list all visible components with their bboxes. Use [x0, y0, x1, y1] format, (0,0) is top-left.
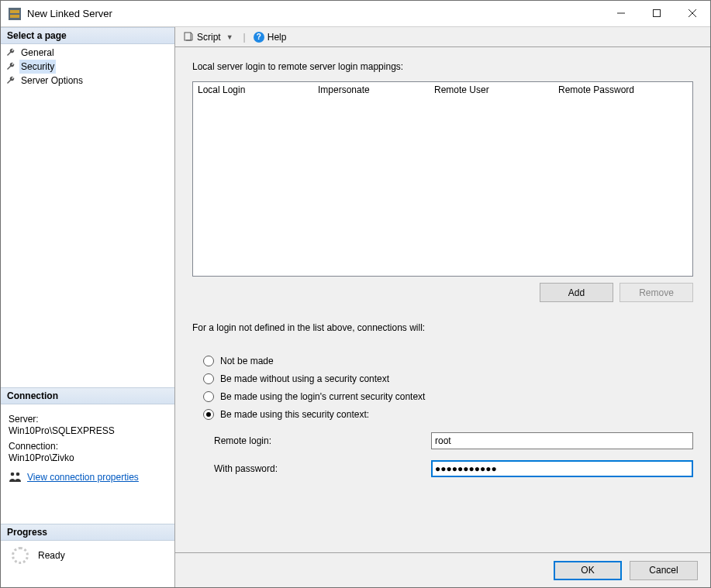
radio-icon: [203, 409, 214, 420]
left-spacer-2: [1, 493, 174, 524]
radio-label: Be made using the login's current securi…: [220, 391, 425, 402]
grid-header: Local Login Impersonate Remote User Remo…: [193, 82, 692, 99]
mappings-grid[interactable]: Local Login Impersonate Remote User Remo…: [192, 81, 693, 277]
connection-mode-radio-group: Not be made Be made without using a secu…: [192, 349, 693, 427]
col-remote-password[interactable]: Remote Password: [554, 82, 692, 98]
col-remote-user[interactable]: Remote User: [430, 82, 554, 98]
add-button[interactable]: Add: [540, 283, 613, 302]
connection-label: Connection:: [9, 441, 167, 452]
close-button[interactable]: [675, 1, 710, 26]
radio-icon: [203, 356, 214, 366]
remove-button[interactable]: Remove: [620, 283, 693, 302]
connection-header: Connection: [1, 387, 174, 404]
page-label: General: [19, 46, 56, 60]
page-label: Server Options: [19, 74, 85, 88]
with-password-input[interactable]: [431, 460, 693, 477]
toolbar-separator: |: [242, 32, 247, 43]
people-icon: [9, 471, 22, 483]
col-local-login[interactable]: Local Login: [193, 82, 313, 98]
radio-this-security-context[interactable]: Be made using this security context:: [192, 409, 693, 420]
help-button[interactable]: ? Help: [250, 30, 290, 44]
undefined-login-label: For a login not defined in the list abov…: [192, 322, 693, 333]
script-label: Script: [197, 32, 221, 43]
progress-header: Progress: [1, 524, 174, 541]
radio-icon: [203, 373, 214, 384]
remote-login-label: Remote login:: [214, 435, 431, 446]
page-label: Security: [19, 60, 56, 74]
col-impersonate[interactable]: Impersonate: [313, 82, 430, 98]
grid-body[interactable]: [193, 99, 692, 276]
progress-status: Ready: [38, 550, 65, 561]
radio-icon: [203, 391, 214, 402]
connection-block: Server: Win10Pro\SQLEXPRESS Connection: …: [1, 404, 174, 493]
radio-not-be-made[interactable]: Not be made: [192, 356, 693, 366]
left-spacer: [1, 89, 174, 387]
svg-rect-9: [185, 33, 191, 40]
wrench-icon: [5, 47, 16, 58]
server-label: Server:: [9, 414, 167, 425]
app-icon: [9, 8, 21, 20]
svg-rect-2: [10, 15, 19, 18]
title-bar: New Linked Server: [1, 1, 710, 27]
help-icon: ?: [254, 32, 264, 43]
wrench-icon: [5, 75, 16, 86]
radio-label: Not be made: [220, 356, 274, 366]
right-panel: Script ▼ | ? Help Local server login to …: [175, 27, 710, 587]
wrench-icon: [5, 61, 16, 72]
remote-login-input[interactable]: [431, 432, 693, 449]
page-list: General Security Server Options: [1, 44, 174, 89]
svg-point-8: [16, 473, 20, 476]
mappings-label: Local server login to remote server logi…: [192, 61, 693, 72]
svg-point-7: [11, 473, 15, 476]
script-button[interactable]: Script ▼: [180, 30, 239, 44]
radio-label: Be made without using a security context: [220, 373, 389, 384]
page-item-security[interactable]: Security: [4, 60, 171, 74]
content-area: Local server login to remote server logi…: [175, 47, 710, 552]
left-panel: Select a page General Security Server Op…: [1, 27, 175, 587]
svg-rect-0: [9, 8, 21, 20]
progress-spinner-icon: [12, 547, 29, 564]
cancel-button[interactable]: Cancel: [630, 561, 698, 580]
page-item-server-options[interactable]: Server Options: [4, 74, 171, 88]
server-value: Win10Pro\SQLEXPRESS: [9, 425, 167, 436]
dialog-footer: OK Cancel: [175, 552, 710, 587]
select-page-header: Select a page: [1, 27, 174, 44]
dialog-body: Select a page General Security Server Op…: [1, 27, 710, 587]
maximize-button[interactable]: [639, 1, 675, 26]
dropdown-arrow-icon: ▼: [224, 33, 236, 41]
help-label: Help: [267, 32, 287, 43]
toolbar: Script ▼ | ? Help: [175, 27, 710, 47]
window-controls: [603, 1, 710, 27]
svg-rect-4: [654, 10, 661, 17]
svg-rect-1: [10, 10, 19, 13]
window-title: New Linked Server: [27, 8, 603, 19]
connection-value: Win10Pro\Zivko: [9, 452, 167, 463]
script-icon: [183, 32, 194, 43]
view-connection-properties-link[interactable]: View connection properties: [27, 472, 139, 483]
page-item-general[interactable]: General: [4, 46, 171, 60]
with-password-label: With password:: [214, 463, 431, 474]
radio-current-security-context[interactable]: Be made using the login's current securi…: [192, 391, 693, 402]
progress-block: Ready: [1, 541, 174, 587]
radio-label: Be made using this security context:: [220, 409, 369, 420]
dialog-window: New Linked Server Select a page General: [0, 0, 711, 588]
radio-without-security-context[interactable]: Be made without using a security context: [192, 373, 693, 384]
ok-button[interactable]: OK: [554, 561, 622, 580]
minimize-button[interactable]: [603, 1, 639, 26]
